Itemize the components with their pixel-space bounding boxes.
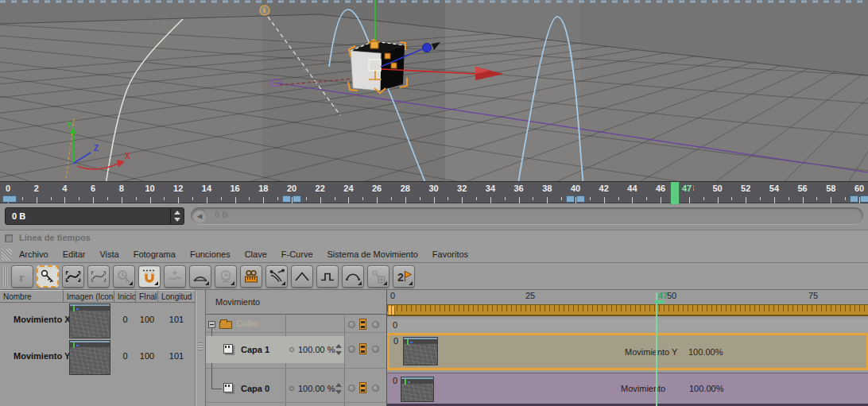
menu-item-archivo[interactable]: Archivo xyxy=(12,249,56,259)
solo-dot[interactable] xyxy=(372,385,379,392)
clock-button[interactable] xyxy=(215,265,237,288)
track-movimiento[interactable]: 0 Movimiento 100.00% xyxy=(387,373,868,406)
marker-2-icon: 2 xyxy=(395,268,413,285)
mute-dot[interactable] xyxy=(348,385,355,392)
menu-item-fotograma[interactable]: Fotograma xyxy=(126,249,183,259)
x-handle-square[interactable] xyxy=(391,63,397,68)
strength-stepper[interactable] xyxy=(335,383,343,394)
keyframe-marker[interactable] xyxy=(576,195,585,203)
ruler-tick xyxy=(604,197,605,203)
ruler-tick xyxy=(362,197,363,200)
current-frame-field[interactable]: 0 B xyxy=(5,207,184,225)
mute-dot[interactable] xyxy=(348,321,355,328)
velocity-button[interactable] xyxy=(265,265,288,288)
layer-name[interactable]: Capa 1 xyxy=(241,345,269,354)
ruler-link-button[interactable] xyxy=(240,265,262,288)
playhead-handle[interactable] xyxy=(670,182,680,204)
menu-item-favoritos[interactable]: Favoritos xyxy=(425,249,475,259)
frame-stepper[interactable] xyxy=(170,208,184,224)
menu-item-funciones[interactable]: Funciones xyxy=(183,249,238,259)
key-time-button[interactable] xyxy=(113,265,135,288)
col-longitud[interactable]: Longitud xyxy=(158,290,195,303)
keyframe-marker[interactable] xyxy=(282,195,291,203)
svg-text:2: 2 xyxy=(397,271,404,284)
toolbar-grip[interactable] xyxy=(2,266,8,287)
clip-name[interactable]: Movimiento X xyxy=(14,315,71,324)
snap-cross-button[interactable] xyxy=(164,265,186,288)
solo-dot[interactable] xyxy=(372,346,379,353)
ruler-frame-number: 38 xyxy=(542,184,552,193)
marker-2-button[interactable]: 2 xyxy=(393,265,415,288)
mute-dot[interactable] xyxy=(348,346,355,353)
ruler-tick xyxy=(519,197,520,203)
loop-marker[interactable] xyxy=(2,195,17,203)
z-handle-square[interactable] xyxy=(385,53,390,59)
fcurve-show-alt-button[interactable] xyxy=(87,265,110,288)
panel-splitter[interactable] xyxy=(195,290,205,406)
keyframe-marker[interactable] xyxy=(293,195,301,203)
z-axis-ball[interactable] xyxy=(423,44,432,52)
group-name[interactable]: Cubo xyxy=(236,319,258,328)
menu-item-editar[interactable]: Editar xyxy=(56,249,93,259)
collapse-icon[interactable] xyxy=(208,321,215,328)
ruler-frame-number: 26 xyxy=(372,184,382,193)
playhead-line[interactable] xyxy=(656,292,657,406)
keyframe-summary-band[interactable] xyxy=(387,304,868,316)
table-row-movimiento-y[interactable]: Movimiento Y 0 100 101 xyxy=(0,339,195,376)
layer-strength[interactable]: 100.00 % xyxy=(298,345,335,354)
interp-smooth-button[interactable] xyxy=(342,265,364,288)
interp-step-button[interactable] xyxy=(316,265,339,288)
table-row-movimiento-x[interactable]: Movimiento X 0 100 101 xyxy=(0,303,195,339)
layer-strength[interactable]: 100.00 % xyxy=(298,384,335,393)
menu-item-vista[interactable]: Vista xyxy=(92,249,126,259)
track-playhead-marker[interactable] xyxy=(655,300,665,304)
menu-item-clave[interactable]: Clave xyxy=(238,249,274,259)
ruler-tick xyxy=(718,197,719,203)
column-separator[interactable] xyxy=(344,315,345,406)
menubar-grip[interactable] xyxy=(2,249,12,261)
key-selection-button[interactable] xyxy=(37,265,59,288)
film-indicator-icon[interactable] xyxy=(359,382,366,393)
menu-item-sistema-de-movimiento[interactable]: Sistema de Movimiento xyxy=(320,249,425,259)
fcurve-show-button[interactable] xyxy=(62,265,84,288)
timeline-checkbox[interactable] xyxy=(5,234,13,242)
frame-ruler[interactable]: 0246810121416182022242628303234363840424… xyxy=(0,181,868,203)
keyframe-marker[interactable] xyxy=(850,195,858,203)
strength-stepper[interactable] xyxy=(335,344,343,355)
prev-frame-icon[interactable]: ◀ xyxy=(192,209,207,223)
keyframe-marker[interactable] xyxy=(566,195,575,203)
track-ruler-label: 25 xyxy=(525,291,535,300)
y-axis-handle[interactable] xyxy=(370,41,378,48)
film-indicator-icon[interactable] xyxy=(359,343,366,354)
dome-button[interactable] xyxy=(189,265,211,288)
ruler-tick xyxy=(22,197,23,200)
gizmo-x-label: X xyxy=(125,152,130,160)
solo-dot[interactable] xyxy=(372,321,379,328)
magnet-snap-button[interactable] xyxy=(138,265,161,288)
key-settings-button[interactable] xyxy=(367,265,389,288)
ruler-frame-number: 42 xyxy=(599,184,609,193)
track-movimiento-y[interactable]: 0 Movimiento Y 100.00% xyxy=(387,333,868,370)
ruler-tick xyxy=(306,197,307,200)
record-ring[interactable] xyxy=(289,347,294,352)
track-area[interactable]: 0 25 50 75 47 0 0 Movimiento Y 100.00% 0… xyxy=(386,290,868,406)
time-scrub-slider[interactable]: ◀ 0 B xyxy=(191,207,863,225)
record-ring[interactable] xyxy=(289,386,294,391)
film-indicator-icon[interactable] xyxy=(359,319,366,330)
cubo-group-track[interactable]: 0 xyxy=(387,319,868,333)
clip-table-header: Nombre Imagen (Icono) Inicio FInal Longi… xyxy=(0,290,195,303)
col-imagen[interactable]: Imagen (Icono) xyxy=(64,290,114,303)
viewport-3d[interactable]: Y Z X xyxy=(0,0,868,181)
col-final[interactable]: FInal xyxy=(136,290,158,303)
record-icon: r xyxy=(14,268,31,285)
clip-name[interactable]: Movimiento Y xyxy=(14,351,70,361)
interp-linear-button[interactable] xyxy=(291,265,313,288)
layer-name[interactable]: Capa 0 xyxy=(241,384,269,393)
record-button[interactable]: r xyxy=(11,265,33,288)
track-playhead-label[interactable]: 47 xyxy=(658,291,668,300)
menu-item-f-curve[interactable]: F-Curve xyxy=(274,249,320,259)
keyframe-marker[interactable] xyxy=(860,195,868,203)
col-nombre[interactable]: Nombre xyxy=(0,290,64,303)
col-inicio[interactable]: Inicio xyxy=(114,290,136,303)
ruler-tick xyxy=(476,197,477,200)
